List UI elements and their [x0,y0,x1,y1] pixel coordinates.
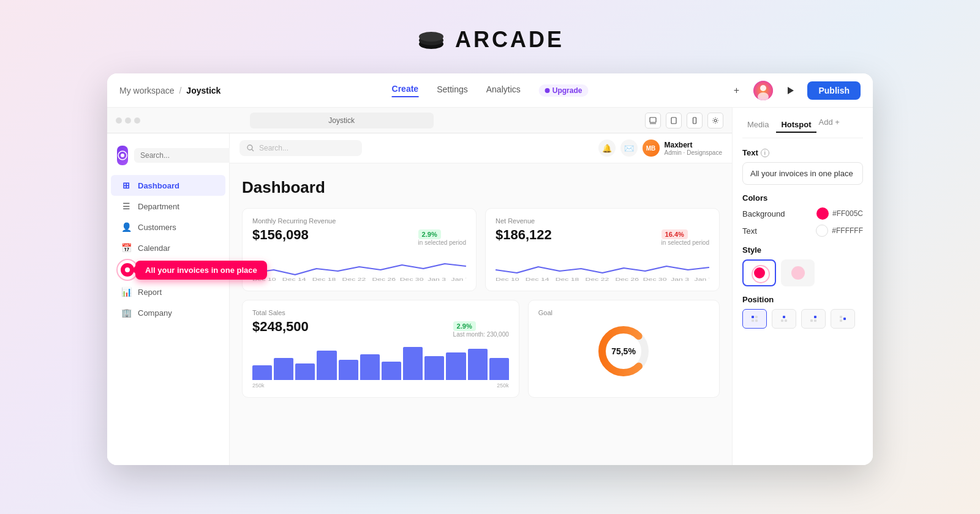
browser-chrome: Joystick [107,108,732,133]
style-option-soft[interactable] [781,259,815,286]
user-details: Maxbert Admin · Designspace [665,141,723,156]
app-sidebar: ⊞ Dashboard ☰ Department 👤 Customers 📅 C… [107,133,230,465]
style-section: Style [742,245,863,286]
nav-tabs: Create Settings Analytics Upgrade [392,84,589,97]
total-sales-bar-chart [252,343,509,380]
user-role: Admin · Designspace [665,149,723,156]
svg-rect-38 [755,319,758,322]
sidebar-item-customers[interactable]: 👤 Customers [111,217,225,237]
metric-card-goal: Goal [528,300,720,398]
brand-name: ARCADE [455,27,564,53]
svg-text:Jan 3: Jan 3 [428,277,446,282]
sidebar-item-department[interactable]: ☰ Department [111,196,225,217]
tab-media[interactable]: Media [742,117,774,133]
style-option-pulsing[interactable] [742,259,776,286]
publish-button[interactable]: Publish [807,81,861,100]
mrr-badge: 2.9% [418,229,441,239]
net-revenue-label: Net Revenue [496,217,709,225]
position-middle-right[interactable] [831,309,855,329]
svg-text:Dec 22: Dec 22 [586,277,609,282]
browser-url-bar[interactable]: Joystick [250,113,434,128]
svg-point-4 [760,85,766,91]
maximize-dot [134,117,140,124]
upgrade-badge[interactable]: Upgrade [539,84,589,97]
close-dot [116,117,122,124]
svg-rect-7 [650,117,656,122]
text-color-label: Text [742,226,757,236]
svg-rect-46 [840,316,842,318]
background-color-label: Background [742,209,785,218]
mail-button[interactable]: ✉️ [620,140,638,157]
svg-text:Dec 18: Dec 18 [312,277,336,282]
settings-button[interactable] [707,113,723,128]
svg-text:Dec 30: Dec 30 [643,277,667,282]
svg-text:Dec 30: Dec 30 [400,277,424,282]
pulsing-hotspot-icon [754,267,765,278]
text-color-hex: #FFFFFF [832,226,863,235]
metrics-row: Monthly Recurring Revenue $156,098 2.9% … [242,208,720,291]
hotspot-text-input[interactable] [742,162,863,185]
svg-line-15 [252,149,254,151]
total-sales-label: Total Sales [252,309,509,316]
net-revenue-chart: Dec 10 Dec 14 Dec 18 Dec 22 Dec 26 Dec 3… [496,251,709,282]
background-color-swatch[interactable] [816,207,829,220]
soft-hotspot-icon [791,266,805,280]
tab-hotspot[interactable]: Hotspot [776,117,816,133]
play-button[interactable] [780,81,800,100]
sidebar-item-report-label: Report [138,288,162,297]
customers-icon: 👤 [121,222,132,233]
goal-donut: 75,5% [538,319,709,384]
tab-add[interactable]: Add + [819,117,840,133]
colors-section: Colors Background #FF005C Text #FFFFFF [742,193,863,237]
svg-text:Dec 10: Dec 10 [496,277,519,282]
text-color-swatch[interactable] [816,225,828,237]
breadcrumb-workspace[interactable]: My workspace [119,86,174,95]
browser-view-controls [645,113,723,128]
upgrade-dot-icon [545,88,550,93]
sidebar-search-input[interactable] [134,148,238,163]
tab-create[interactable]: Create [392,84,419,97]
sidebar-item-customers-label: Customers [138,223,176,232]
sidebar-header [107,141,229,175]
svg-rect-39 [783,316,785,318]
text-info-icon: i [761,149,769,157]
svg-rect-37 [752,319,754,322]
add-button[interactable]: + [726,81,746,100]
tablet-view-button[interactable] [666,113,682,128]
sidebar-item-company-label: Company [138,308,172,318]
svg-text:Dec 22: Dec 22 [342,277,366,282]
tab-settings[interactable]: Settings [437,84,468,97]
dashboard-icon: ⊞ [121,180,132,191]
position-grid [742,309,863,329]
sidebar-item-company[interactable]: 🏢 Company [111,302,225,323]
dashboard-search-bar[interactable]: Search... [239,140,362,156]
sidebar-item-dashboard[interactable]: ⊞ Dashboard [111,175,225,196]
net-revenue-badge-sub: in selected period [662,239,709,246]
sidebar-item-calendar[interactable]: 📅 Calendar [111,237,225,258]
position-top-center[interactable] [772,309,796,329]
desktop-view-button[interactable] [645,113,661,128]
position-top-left[interactable] [742,309,767,329]
tab-analytics[interactable]: Analytics [486,84,521,97]
svg-point-13 [121,154,124,157]
bottom-metrics: Total Sales $248,500 2.9% Last month: 23… [242,300,720,398]
mobile-view-button[interactable] [687,113,703,128]
text-section-title: Text i [742,148,863,157]
text-section: Text i [742,148,863,193]
svg-rect-35 [752,316,754,318]
sidebar-item-invoices[interactable]: Invoices All your invoices in one place [111,258,225,281]
arcade-logo-icon [416,24,447,55]
mrr-label: Monthly Recurring Revenue [252,217,466,225]
preview-area: Joystick [107,108,732,465]
notification-button[interactable]: 🔔 [598,140,616,157]
calendar-icon: 📅 [121,242,132,253]
position-top-right[interactable] [801,309,826,329]
sidebar-item-report[interactable]: 📊 Report [111,281,225,302]
svg-text:Dec 18: Dec 18 [556,277,579,282]
svg-point-14 [247,145,252,150]
svg-rect-41 [785,319,787,322]
user-avatar[interactable] [753,81,773,100]
text-color-row: Text #FFFFFF [742,225,863,237]
svg-rect-10 [693,117,696,124]
total-sales-value: $248,500 [252,319,309,335]
